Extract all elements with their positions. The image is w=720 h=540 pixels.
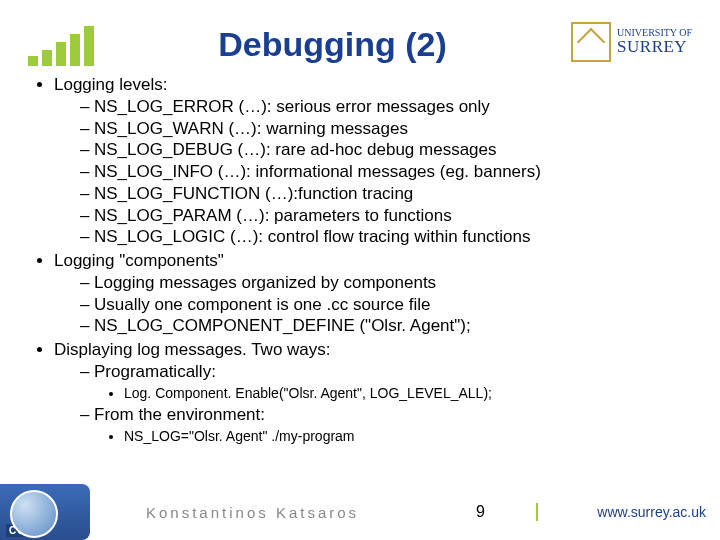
level-item: NS_LOG_WARN (…): warning messages bbox=[80, 118, 692, 140]
slide-header: Debugging (2) UNIVERSITY OF SURREY bbox=[28, 18, 692, 66]
component-item: Logging messages organized by components bbox=[80, 272, 692, 294]
slide: Debugging (2) UNIVERSITY OF SURREY Loggi… bbox=[0, 0, 720, 540]
slide-footer: CCSR Konstantinos Katsaros 9 www.surrey.… bbox=[0, 484, 720, 540]
component-item: NS_LOG_COMPONENT_DEFINE ("Olsr. Agent"); bbox=[80, 315, 692, 337]
separator-icon bbox=[536, 503, 538, 521]
stag-icon bbox=[571, 22, 611, 62]
display-programmatically: Programatically: bbox=[94, 362, 216, 381]
university-name: SURREY bbox=[617, 38, 692, 56]
level-item: NS_LOG_FUNCTION (…):function tracing bbox=[80, 183, 692, 205]
slide-title: Debugging (2) bbox=[94, 25, 571, 64]
slide-content: Logging levels: NS_LOG_ERROR (…): seriou… bbox=[28, 74, 692, 446]
level-item: NS_LOG_LOGIC (…): control flow tracing w… bbox=[80, 226, 692, 248]
display-programmatically-sub: Log. Component. Enable("Olsr. Agent", LO… bbox=[124, 385, 692, 403]
bars-icon bbox=[28, 26, 94, 66]
level-item: NS_LOG_INFO (…): informational messages … bbox=[80, 161, 692, 183]
level-item: NS_LOG_ERROR (…): serious error messages… bbox=[80, 96, 692, 118]
level-item: NS_LOG_PARAM (…): parameters to function… bbox=[80, 205, 692, 227]
author-name: Konstantinos Katsaros bbox=[106, 504, 476, 521]
bullet-logging-levels: Logging levels: bbox=[54, 75, 167, 94]
bullet-displaying: Displaying log messages. Two ways: bbox=[54, 340, 331, 359]
university-logo: UNIVERSITY OF SURREY bbox=[571, 22, 692, 62]
level-item: NS_LOG_DEBUG (…): rare ad-hoc debug mess… bbox=[80, 139, 692, 161]
footer-url: www.surrey.ac.uk bbox=[546, 504, 720, 520]
component-item: Usually one component is one .cc source … bbox=[80, 294, 692, 316]
page-number: 9 bbox=[476, 503, 536, 521]
display-environment: From the environment: bbox=[94, 405, 265, 424]
globe-icon: CCSR bbox=[0, 484, 90, 540]
display-environment-sub: NS_LOG="Olsr. Agent" ./my-program bbox=[124, 428, 692, 446]
bullet-logging-components: Logging "components" bbox=[54, 251, 224, 270]
ccsr-badge: CCSR bbox=[6, 524, 44, 537]
